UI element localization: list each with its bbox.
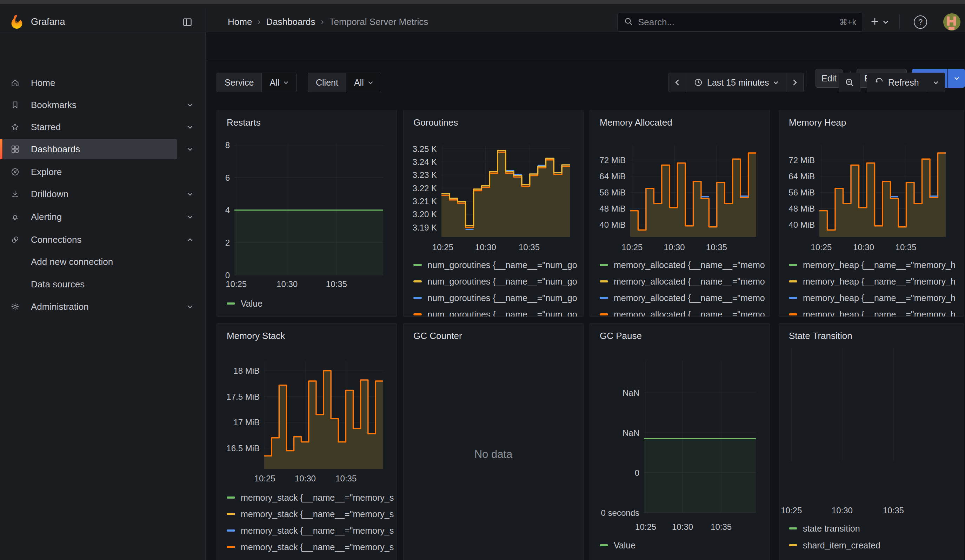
legend-item[interactable]: memory_heap {__name__="memory_h [789, 309, 962, 317]
time-shift-back-button[interactable] [669, 73, 686, 92]
legend-item[interactable]: memory_stack {__name__="memory_s [227, 492, 394, 503]
sidebar-item-home[interactable]: Home [0, 73, 206, 93]
legend-item[interactable]: Value [227, 298, 394, 309]
time-range-picker[interactable]: Last 15 minutes [686, 73, 787, 92]
legend-item[interactable]: num_goroutines {__name__="num_go [413, 309, 581, 317]
panel-restarts: Restarts10:2510:3010:3586420Value [216, 110, 397, 317]
panel-memory-allocated: Memory Allocated10:2510:3010:3572 MiB64 … [589, 110, 770, 317]
legend-item[interactable]: num_goroutines {__name__="num_go [413, 292, 581, 304]
breadcrumb-home[interactable]: Home [228, 16, 252, 28]
apps-icon [10, 145, 20, 154]
svg-text:10:30: 10:30 [832, 506, 853, 515]
sidebar-item-data-sources[interactable]: Data sources [0, 274, 206, 294]
legend-item[interactable]: state transition [789, 523, 962, 534]
avatar[interactable] [943, 13, 960, 31]
sidebar-item-add-new-connection[interactable]: Add new connection [0, 251, 206, 272]
sidebar-item-label: Starred [31, 122, 61, 132]
legend-label: memory_stack {__name__="memory_s [241, 509, 394, 519]
legend-item[interactable]: memory_allocated {__name__="memo [600, 276, 767, 287]
active-item-highlight [3, 139, 177, 159]
bookmark-icon [10, 100, 20, 109]
svg-text:3.23 K: 3.23 K [413, 170, 437, 180]
sidebar-item-drilldown[interactable]: Drilldown [0, 184, 206, 204]
sidebar-toggle-icon[interactable] [182, 17, 193, 29]
legend-item[interactable]: memory_stack {__name__="memory_s [227, 508, 394, 520]
legend-item[interactable]: memory_allocated {__name__="memo [600, 259, 767, 271]
svg-text:3.20 K: 3.20 K [413, 209, 437, 219]
sidebar-item-dashboards[interactable]: Dashboards [0, 139, 206, 159]
legend-item[interactable]: num_goroutines {__name__="num_go [413, 259, 581, 271]
connections-icon [10, 235, 20, 244]
legend-item[interactable]: memory_heap {__name__="memory_h [789, 259, 962, 271]
sidebar-item-alerting[interactable]: Alerting [0, 207, 206, 227]
legend-item[interactable]: memory_heap {__name__="memory_h [789, 292, 962, 304]
sidebar-item-label: Explore [31, 167, 62, 178]
grafana-logo-icon[interactable] [9, 14, 25, 31]
refresh-button[interactable]: Refresh [867, 73, 927, 92]
sidebar-item-starred[interactable]: Starred [0, 117, 206, 137]
svg-text:2: 2 [225, 238, 230, 247]
gc-pause-chart[interactable]: 10:2510:3010:35NaNNaN00 seconds [590, 323, 770, 560]
legend-swatch [413, 313, 422, 315]
time-shift-forward-button[interactable] [786, 73, 803, 92]
home-icon [10, 78, 20, 87]
search-input[interactable]: Search... ⌘+k [617, 13, 863, 31]
sidebar-item-explore[interactable]: Explore [0, 162, 206, 182]
sidebar-item-administration[interactable]: Administration [0, 297, 206, 317]
service-filter-value[interactable]: All [262, 73, 296, 92]
legend-label: memory_heap {__name__="memory_h [803, 293, 955, 303]
legend-swatch [600, 264, 608, 266]
chevron-down-icon [187, 126, 193, 129]
memory-stack-chart[interactable]: 10:2510:3010:3518 MiB17.5 MiB17 MiB16.5 … [217, 323, 397, 560]
window-top-strip [0, 0, 965, 4]
svg-text:10:35: 10:35 [896, 242, 917, 252]
legend-swatch [600, 313, 608, 315]
breadcrumb-separator: › [321, 17, 324, 27]
bell-icon [10, 212, 20, 221]
sidebar-item-label: Dashboards [31, 144, 80, 155]
legend-label: Value [241, 299, 262, 309]
header-divider [900, 15, 900, 29]
service-filter-label: Service [216, 73, 262, 92]
legend-swatch [413, 297, 422, 299]
svg-text:10:35: 10:35 [711, 522, 732, 532]
svg-text:10:35: 10:35 [883, 506, 904, 515]
legend-swatch [413, 264, 422, 266]
help-icon[interactable]: ? [914, 15, 927, 29]
client-filter-value[interactable]: All [346, 73, 381, 92]
restarts-chart[interactable]: 10:2510:3010:3586420 [217, 110, 397, 317]
share-options-button[interactable] [948, 69, 965, 88]
panel-title[interactable]: GC Counter [413, 331, 462, 341]
legend-swatch [413, 280, 422, 282]
refresh-interval-button[interactable] [927, 73, 945, 92]
legend-swatch [600, 297, 608, 299]
legend-label: memory_heap {__name__="memory_h [803, 276, 955, 287]
sidebar-item-connections[interactable]: Connections [0, 230, 206, 250]
time-range-controls: Last 15 minutes [669, 73, 803, 92]
add-new-button[interactable] [870, 13, 888, 31]
chevron-down-icon [934, 81, 938, 84]
svg-text:56 MiB: 56 MiB [599, 188, 626, 197]
svg-text:10:25: 10:25 [254, 474, 275, 483]
panel-memory-stack: Memory Stack10:2510:3010:3518 MiB17.5 Mi… [216, 323, 397, 560]
svg-text:3.21 K: 3.21 K [413, 196, 437, 206]
legend-item[interactable]: num_goroutines {__name__="num_go [413, 276, 581, 287]
legend-item[interactable]: memory_stack {__name__="memory_s [227, 525, 394, 536]
legend-label: memory_allocated {__name__="memo [614, 276, 765, 287]
legend-item[interactable]: Value [600, 540, 767, 551]
zoom-out-button[interactable] [839, 73, 860, 92]
chevron-down-icon [187, 103, 193, 107]
breadcrumb: Home › Dashboards › Temporal Server Metr… [228, 8, 428, 36]
svg-text:3.25 K: 3.25 K [413, 144, 437, 154]
legend-item[interactable]: memory_allocated {__name__="memo [600, 309, 767, 317]
svg-text:3.19 K: 3.19 K [413, 223, 437, 232]
breadcrumb-dashboards[interactable]: Dashboards [266, 16, 315, 28]
sidebar-item-label: Alerting [31, 212, 62, 222]
sidebar-item-bookmarks[interactable]: Bookmarks [0, 95, 206, 115]
legend-item[interactable]: memory_stack {__name__="memory_s [227, 541, 394, 553]
legend-item[interactable]: shard_item_created [789, 540, 962, 551]
chevron-down-icon [187, 305, 193, 309]
legend-item[interactable]: memory_allocated {__name__="memo [600, 292, 767, 304]
no-data-message: No data [404, 448, 583, 461]
legend-item[interactable]: memory_heap {__name__="memory_h [789, 276, 962, 287]
